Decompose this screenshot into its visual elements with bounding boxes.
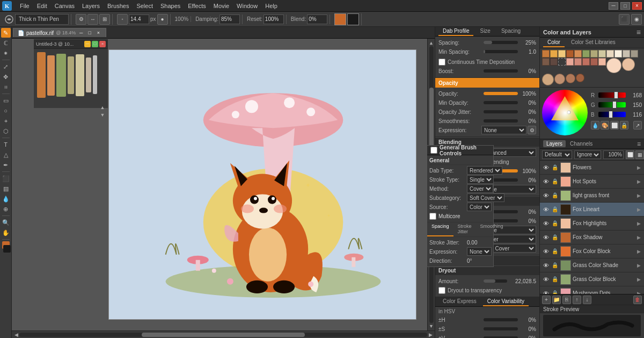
canvas-close-icon[interactable]: × xyxy=(95,30,101,36)
swatch-r4[interactable] xyxy=(590,58,598,66)
canvas-tab-file[interactable]: 📄 pastelfox.rif @ 18.4% ─ □ × xyxy=(13,28,106,37)
layer-item-grass-shade[interactable]: 👁 🔒 Grass Color Shade ▶ xyxy=(540,258,644,272)
layer-expand-grass-block[interactable]: ▶ xyxy=(635,276,642,283)
swatch-0[interactable] xyxy=(542,50,550,57)
swatch-r2[interactable] xyxy=(574,58,582,66)
thumb-scroll-up[interactable]: ▲ xyxy=(99,104,106,111)
tool-smart-fill[interactable]: ⊕ xyxy=(1,204,11,214)
layer-item-grass-block[interactable]: 👁 🔒 Grass Color Block ▶ xyxy=(540,272,644,286)
tool-path[interactable]: ✒ xyxy=(1,160,11,170)
layers-opacity-input[interactable] xyxy=(603,150,624,159)
min-opacity-slider[interactable] xyxy=(484,101,518,104)
fg-color-swatch[interactable] xyxy=(334,13,346,25)
layer-lock-fox-lineart[interactable]: 🔒 xyxy=(551,206,559,213)
layer-item-fox-shadow[interactable]: 👁 🔒 Fox Shadow ▶ xyxy=(540,231,644,244)
layer-lock-fox-color[interactable]: 🔒 xyxy=(551,248,559,255)
color-lock-icon[interactable]: 🔒 xyxy=(620,121,628,130)
clipping-select[interactable]: Ignore xyxy=(574,150,601,159)
layer-item-mushroom-dots[interactable]: 👁 🔒 Mushroom Dots ▶ xyxy=(540,286,644,294)
layer-item-fox-highlights[interactable]: 👁 🔒 Fox Highlights ▶ xyxy=(540,217,644,231)
layer-expand-flowers[interactable]: ▶ xyxy=(635,164,642,171)
damping-input[interactable] xyxy=(219,15,240,24)
v-scroll-down[interactable]: ▼ xyxy=(428,323,435,329)
tool-crop[interactable]: ⌗ xyxy=(1,82,11,92)
tab-color[interactable]: Color xyxy=(543,38,565,47)
swatch-1[interactable] xyxy=(550,50,558,57)
menu-select[interactable]: Select xyxy=(133,2,157,10)
swatch-4[interactable] xyxy=(574,50,582,57)
layer-item-flowers[interactable]: 👁 🔒 Flowers ▶ xyxy=(540,161,644,175)
tool-smart-patch[interactable]: ⬡ xyxy=(1,126,11,136)
tab-stroke-jitter[interactable]: Stroke Jitter xyxy=(453,222,476,236)
layer-lock-hotspots[interactable]: 🔒 xyxy=(551,178,559,185)
layer-item-grass-front[interactable]: 👁 🔒 light grass front ▶ xyxy=(540,189,644,203)
subcategory-select[interactable]: Soft Cover xyxy=(467,193,504,202)
layer-eye-grass-front[interactable]: 👁 xyxy=(542,192,550,199)
blend-mode-select[interactable]: Default Normal Multiply xyxy=(542,150,572,159)
spacing-slider[interactable] xyxy=(484,41,518,44)
opacity-expression-select[interactable]: None xyxy=(481,126,526,134)
swatch-7[interactable] xyxy=(598,50,606,57)
g-slider[interactable] xyxy=(598,102,626,107)
swatch-b6[interactable] xyxy=(576,74,584,82)
swatch-b1[interactable] xyxy=(606,58,621,73)
color-wheel[interactable] xyxy=(542,90,588,135)
layer-expand-fox-highlights[interactable]: ▶ xyxy=(635,220,642,227)
layer-item-hotspots[interactable]: 👁 🔒 Hot Spots ▶ xyxy=(540,175,644,189)
b-slider[interactable] xyxy=(598,112,626,117)
layer-eye-hotspots[interactable]: 👁 xyxy=(542,178,550,185)
tab-spacing-inner[interactable]: Spacing xyxy=(427,222,453,236)
color-picker-icon[interactable]: 💧 xyxy=(591,121,599,130)
layer-eye-mushroom[interactable]: 👁 xyxy=(542,290,550,294)
layer-eye-fox-highlights[interactable]: 👁 xyxy=(542,220,550,227)
layer-expand-grass-front[interactable]: ▶ xyxy=(635,192,642,199)
dab-type-select[interactable]: Rendered xyxy=(467,166,502,175)
menu-brushes[interactable]: Brushes xyxy=(104,2,133,10)
tab-color-variability[interactable]: Color Variability xyxy=(483,297,529,306)
canvas-painting-area[interactable]: ✦ ✦ ✦ xyxy=(108,49,416,320)
min-spacing-slider[interactable] xyxy=(484,50,518,53)
toolbar-extra-btn2[interactable]: ◉ xyxy=(631,14,642,25)
blend-input[interactable] xyxy=(307,15,327,24)
tab-channels[interactable]: Channels xyxy=(567,140,596,147)
tool-move[interactable]: ✥ xyxy=(1,72,11,82)
swatch-b2[interactable] xyxy=(622,58,635,71)
swatch-6[interactable] xyxy=(590,50,598,57)
menu-effects[interactable]: Effects xyxy=(184,2,209,10)
layer-lock-grass-block[interactable]: 🔒 xyxy=(551,276,559,283)
tool-lasso[interactable]: ⌖ xyxy=(1,116,11,126)
swatch-b3[interactable] xyxy=(542,74,554,85)
menu-window[interactable]: Window xyxy=(233,2,261,10)
bg-color-swatch[interactable] xyxy=(347,13,359,25)
opacity-expression-btn[interactable]: ⚙ xyxy=(528,126,536,134)
tool-text[interactable]: T xyxy=(1,140,11,149)
tool-calligraphy[interactable]: ℂ xyxy=(1,38,11,48)
layer-eye-fox-shadow[interactable]: 👁 xyxy=(542,234,550,241)
layer-expand-hotspots[interactable]: ▶ xyxy=(635,178,642,185)
hue-slider[interactable] xyxy=(484,318,518,321)
opacity-jitter-slider[interactable] xyxy=(484,110,518,113)
continuous-time-check[interactable] xyxy=(438,59,445,66)
menu-file[interactable]: File xyxy=(16,2,33,10)
tab-size[interactable]: Size xyxy=(475,27,494,36)
h-scroll-track[interactable] xyxy=(19,333,427,337)
swatch-12[interactable] xyxy=(542,58,550,66)
delete-layer-btn[interactable]: 🗑 xyxy=(633,296,642,304)
layer-lock-mushroom[interactable]: 🔒 xyxy=(551,290,559,294)
source-select[interactable]: Color xyxy=(467,203,492,211)
menu-canvas[interactable]: Canvas xyxy=(51,2,78,10)
method-select[interactable]: Cover xyxy=(467,184,493,193)
layer-eye-fox-lineart[interactable]: 👁 xyxy=(542,206,550,213)
menu-movie[interactable]: Movie xyxy=(210,2,233,10)
color-expand-icon[interactable]: ↗ xyxy=(633,121,642,130)
thumb-scroll-down[interactable]: ▼ xyxy=(99,112,106,118)
canvas-viewport[interactable]: Untitled-3 @ 10... ─ □ × xyxy=(12,39,427,330)
smoothness-slider[interactable] xyxy=(484,119,518,123)
opacity-header[interactable]: Opacity xyxy=(435,78,539,88)
mirror-icon[interactable]: ↔ xyxy=(87,14,98,25)
tool-zoom[interactable]: 🔍 xyxy=(1,218,11,227)
bg-color-btn[interactable] xyxy=(3,245,11,253)
stroke-type-select[interactable]: Single xyxy=(467,175,494,184)
color-palette-icon[interactable]: 🎨 xyxy=(601,121,609,130)
swatch-3[interactable] xyxy=(566,50,574,57)
